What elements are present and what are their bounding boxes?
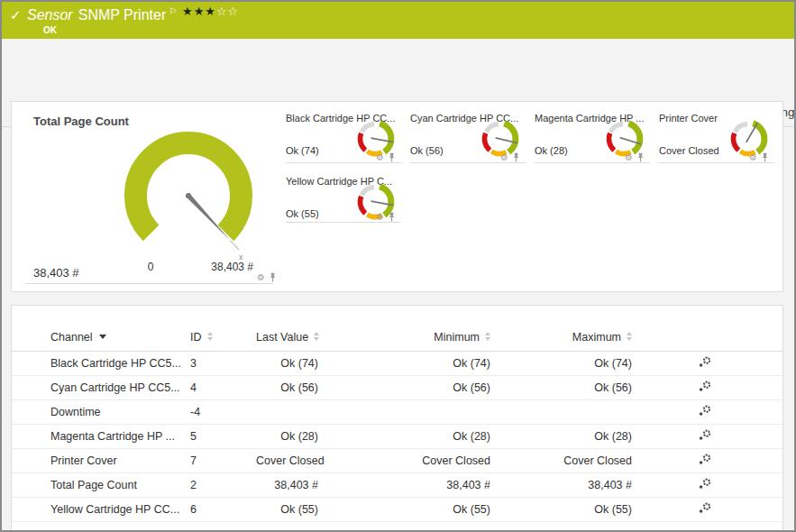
gauge-toolbar: ⚙ <box>376 212 396 222</box>
main-gauge-divider <box>26 283 273 284</box>
cell-last-value <box>256 399 325 424</box>
cell-minimum: 38,403 # <box>325 472 498 497</box>
cell-id: 2 <box>189 472 256 497</box>
column-header-last-value[interactable]: Last Value <box>256 324 325 351</box>
pin-icon[interactable] <box>269 272 277 282</box>
gauge-value: Ok (55) <box>286 208 319 219</box>
cell-maximum <box>498 399 639 424</box>
cell-minimum: Ok (74) <box>325 351 498 375</box>
gauge-toolbar: ⚙ <box>376 152 396 162</box>
gauge-value: Ok (74) <box>286 145 319 156</box>
cell-channel: Black Cartridge HP CC5... <box>12 351 189 375</box>
cell-last-value: Ok (28) <box>256 424 325 448</box>
cell-maximum: 38,403 # <box>498 472 639 497</box>
main-gauge-toolbar: ⚙ <box>257 272 277 282</box>
pin-icon[interactable] <box>636 152 645 162</box>
column-header-channel[interactable]: Channel <box>12 324 189 351</box>
cell-channel: Downtime <box>12 399 189 424</box>
pin-icon[interactable] <box>388 152 396 162</box>
gauge-toolbar: ⚙ <box>749 152 769 162</box>
table-row[interactable]: Magenta Cartridge HP ... 5 Ok (28) Ok (2… <box>12 424 782 448</box>
cell-id: 6 <box>189 497 256 521</box>
cell-maximum: Ok (55) <box>498 497 639 521</box>
sensor-name: SNMP Printer <box>78 7 167 23</box>
priority-stars[interactable]: ★★★☆☆ <box>182 5 239 18</box>
table-row[interactable]: Yellow Cartridge HP CC... 6 Ok (55) Ok (… <box>12 497 782 521</box>
pin-icon[interactable] <box>388 212 396 222</box>
edit-channel-icon[interactable] <box>699 405 712 417</box>
table-header-row: Channel ID Last Value Minimum Maximum <box>12 324 782 351</box>
sensor-type-label: Sensor <box>27 7 73 23</box>
cell-channel: Magenta Cartridge HP ... <box>12 424 189 448</box>
gauge-settings-gear-icon[interactable]: ⚙ <box>749 153 757 162</box>
channels-panel: Channel ID Last Value Minimum Maximum Bl… <box>11 305 783 532</box>
flag-icon[interactable]: ⚐ <box>169 6 177 16</box>
cell-minimum: Ok (55) <box>325 497 498 521</box>
sort-both-icon <box>314 332 319 341</box>
gauge-cell-cyan-cartridge: Cyan Cartridge HP CC... Ok (56) ⚙ <box>410 113 526 163</box>
gauge-value: Ok (28) <box>535 145 568 156</box>
sort-both-icon <box>485 332 490 341</box>
gauge-value: Cover Closed <box>659 145 719 156</box>
pin-icon[interactable] <box>512 152 520 162</box>
edit-channel-icon[interactable] <box>699 502 712 514</box>
column-header-id[interactable]: ID <box>189 324 256 351</box>
gauge-settings-gear-icon[interactable]: ⚙ <box>257 273 265 282</box>
cell-minimum: Cover Closed <box>325 448 498 472</box>
cell-minimum: Ok (28) <box>325 424 498 448</box>
cell-id: 3 <box>189 351 256 375</box>
prtg-sensor-page: ✓ SensorSNMP Printer⚐ ★★★☆☆ OK Overview <box>0 0 796 532</box>
cell-maximum: Ok (56) <box>498 375 639 399</box>
stars-empty[interactable]: ☆☆ <box>216 5 239 18</box>
channels-table: Channel ID Last Value Minimum Maximum Bl… <box>12 324 782 522</box>
gauge-settings-gear-icon[interactable]: ⚙ <box>376 213 384 222</box>
cell-last-value: Ok (55) <box>256 497 325 521</box>
edit-channel-icon[interactable] <box>699 454 712 465</box>
gauge-settings-gear-icon[interactable]: ⚙ <box>500 153 508 162</box>
table-row[interactable]: Cyan Cartridge HP CC5... 4 Ok (56) Ok (5… <box>12 375 782 399</box>
column-header-actions <box>639 324 782 351</box>
main-gauge-value: 38,403 # <box>33 266 79 280</box>
table-row[interactable]: Black Cartridge HP CC5... 3 Ok (74) Ok (… <box>12 351 782 375</box>
gauge-cell-printer-cover: Printer Cover Cover Closed ⚙ <box>659 113 774 163</box>
sort-desc-icon <box>99 335 106 339</box>
column-header-minimum[interactable]: Minimum <box>325 324 498 351</box>
gauge-needle <box>746 123 758 142</box>
pin-icon[interactable] <box>761 152 769 162</box>
tab-bar: Overview Live Data 2 days 30 days 365 da… <box>2 39 794 101</box>
stars-filled[interactable]: ★★★ <box>182 5 216 18</box>
edit-channel-icon[interactable] <box>699 478 712 490</box>
sort-both-icon <box>207 332 213 341</box>
gauge-settings-gear-icon[interactable]: ⚙ <box>376 153 384 162</box>
gauge-cell-yellow-cartridge: Yellow Cartridge HP C... Ok (55) ⚙ <box>286 176 401 223</box>
cell-id: 7 <box>189 448 256 472</box>
cell-maximum: Ok (74) <box>498 351 639 375</box>
status-ok-check-icon: ✓ <box>10 7 22 23</box>
cell-maximum: Ok (28) <box>498 424 639 448</box>
table-row[interactable]: Downtime -4 <box>12 399 782 424</box>
cell-id: 4 <box>189 375 256 399</box>
edit-channel-icon[interactable] <box>699 429 712 441</box>
sensor-status-header: ✓ SensorSNMP Printer⚐ ★★★☆☆ OK <box>2 2 794 39</box>
cell-id: -4 <box>189 399 256 424</box>
cell-minimum <box>325 399 498 424</box>
cell-last-value: Ok (56) <box>256 375 325 399</box>
column-header-maximum[interactable]: Maximum <box>498 324 639 351</box>
status-badge: OK <box>43 25 57 35</box>
cell-channel: Total Page Count <box>12 472 189 497</box>
gauge-cell-magenta-cartridge: Magenta Cartridge HP ... Ok (28) ⚙ <box>535 113 650 163</box>
gauge-settings-gear-icon[interactable]: ⚙ <box>625 153 633 162</box>
gauge-toolbar: ⚙ <box>625 152 645 162</box>
cell-channel: Printer Cover <box>12 448 189 472</box>
edit-channel-icon[interactable] <box>699 381 712 392</box>
cell-last-value: 38,403 # <box>256 472 325 497</box>
table-row[interactable]: Total Page Count 2 38,403 # 38,403 # 38,… <box>12 472 782 497</box>
gauge-toolbar: ⚙ <box>500 152 520 162</box>
gauge-scale-max: 38,403 # <box>163 261 253 273</box>
cell-id: 5 <box>189 424 256 448</box>
page-title: SensorSNMP Printer⚐ <box>27 6 177 23</box>
cell-maximum: Cover Closed <box>498 448 639 472</box>
table-row[interactable]: Printer Cover 7 Cover Closed Cover Close… <box>12 448 782 472</box>
edit-channel-icon[interactable] <box>699 356 712 368</box>
gauge-value: Ok (56) <box>410 145 444 156</box>
